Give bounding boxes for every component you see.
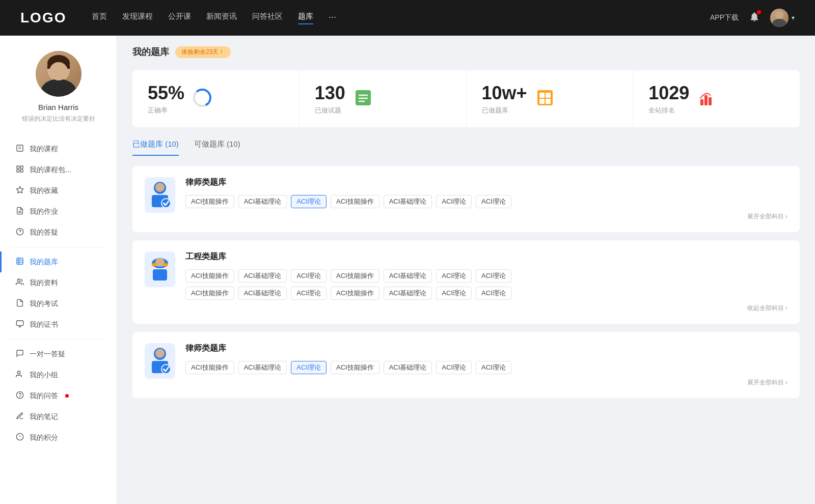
tabs: 已做题库 (10) 可做题库 (10): [132, 139, 800, 156]
eng-tag-r2-5[interactable]: ACI理论: [436, 287, 472, 300]
sidebar-item-1on1[interactable]: 一对一答疑: [0, 344, 117, 365]
svg-point-3: [41, 79, 76, 97]
coursepack-icon: [15, 165, 24, 175]
svg-rect-39: [539, 99, 545, 104]
questions-icon: [15, 391, 24, 401]
nav-news[interactable]: 新闻资讯: [206, 12, 237, 24]
svg-rect-23: [16, 321, 23, 325]
nav-qa[interactable]: 问答社区: [252, 12, 283, 24]
tag-2[interactable]: ACI理论: [291, 195, 327, 208]
eng-tag-r2-2[interactable]: ACI理论: [291, 287, 327, 300]
eng-tag-0[interactable]: ACI技能操作: [185, 269, 234, 283]
menu-divider-2: [10, 339, 106, 340]
stat-rank: 1029 全站排名: [633, 70, 800, 127]
stat-questions-done-value: 130: [315, 82, 345, 104]
sidebar-label-favorites: 我的收藏: [30, 186, 58, 195]
l2-tag-2[interactable]: ACI理论: [291, 361, 327, 374]
sidebar-label-certificate: 我的证书: [30, 320, 58, 329]
sidebar-item-certificate[interactable]: 我的证书: [0, 314, 117, 335]
svg-point-1: [772, 19, 786, 27]
tag-3[interactable]: ACI技能操作: [331, 195, 379, 208]
tab-done[interactable]: 已做题库 (10): [132, 139, 179, 155]
sidebar-item-profile[interactable]: 我的资料: [0, 272, 117, 293]
nav-more[interactable]: ···: [329, 12, 336, 24]
sidebar-item-points[interactable]: 我的积分: [0, 427, 117, 448]
bank-name-lawyer-2: 律师类题库: [185, 343, 787, 354]
eng-tag-r2-1[interactable]: ACI基础理论: [238, 287, 287, 300]
nav-opencourse[interactable]: 公开课: [168, 12, 191, 24]
user-avatar-wrap[interactable]: ▾: [770, 9, 795, 27]
svg-rect-9: [17, 166, 19, 169]
notification-bell[interactable]: [749, 11, 760, 24]
expand-btn-engineer[interactable]: 收起全部科目 ›: [185, 304, 787, 313]
sidebar-item-favorites[interactable]: 我的收藏: [0, 180, 117, 201]
homework-icon: [15, 207, 24, 216]
eng-tag-2[interactable]: ACI理论: [291, 269, 327, 283]
eng-tag-r2-0[interactable]: ACI技能操作: [185, 287, 234, 300]
l2-tag-3[interactable]: ACI技能操作: [331, 361, 379, 374]
eng-tag-6[interactable]: ACI理论: [476, 269, 511, 283]
svg-rect-11: [17, 170, 19, 172]
profile-motto: 错误的决定比没有决定要好: [22, 115, 95, 123]
sidebar-item-questionbank[interactable]: 我的题库: [0, 251, 117, 272]
tag-row-lawyer-1: ACI技能操作 ACI基础理论 ACI理论 ACI技能操作 ACI基础理论 AC…: [185, 195, 787, 208]
tag-4[interactable]: ACI基础理论: [384, 195, 432, 208]
sidebar-item-qa[interactable]: 我的答疑: [0, 222, 117, 243]
banks-icon: [535, 88, 555, 109]
sidebar-item-group[interactable]: 我的小组: [0, 365, 117, 385]
sidebar-item-homework[interactable]: 我的作业: [0, 201, 117, 222]
app-download-link[interactable]: APP下载: [710, 13, 739, 22]
user-menu-chevron: ▾: [792, 14, 795, 21]
eng-tag-r2-4[interactable]: ACI基础理论: [384, 287, 432, 300]
bank-card-lawyer-1: 律师类题库 ACI技能操作 ACI基础理论 ACI理论 ACI技能操作 ACI基…: [132, 166, 800, 232]
l2-tag-6[interactable]: ACI理论: [476, 361, 511, 374]
svg-point-26: [20, 397, 20, 397]
nav-questionbank[interactable]: 题库: [298, 12, 313, 24]
eng-tag-5[interactable]: ACI理论: [436, 269, 472, 283]
svg-point-5: [49, 62, 68, 80]
tag-row-lawyer-2: ACI技能操作 ACI基础理论 ACI理论 ACI技能操作 ACI基础理论 AC…: [185, 361, 787, 374]
svg-rect-12: [20, 170, 23, 172]
logo[interactable]: LOGO: [20, 10, 71, 26]
tag-row-engineer-1: ACI技能操作 ACI基础理论 ACI理论 ACI技能操作 ACI基础理论 AC…: [185, 269, 787, 283]
l2-tag-5[interactable]: ACI理论: [436, 361, 472, 374]
nav-home[interactable]: 首页: [92, 12, 107, 24]
lawyer2-svg-icon: [147, 346, 173, 376]
expand-btn-lawyer-1[interactable]: 展开全部科目 ›: [185, 212, 787, 221]
eng-tag-4[interactable]: ACI基础理论: [384, 269, 432, 283]
eng-tag-1[interactable]: ACI基础理论: [238, 269, 287, 283]
expand-btn-lawyer-2[interactable]: 展开全部科目 ›: [185, 378, 787, 387]
l2-tag-4[interactable]: ACI基础理论: [384, 361, 432, 374]
questions-icon: [354, 88, 373, 109]
stat-accuracy-label: 正确率: [148, 106, 184, 115]
bank-icon-engineer: [145, 251, 175, 287]
points-icon: [15, 433, 24, 442]
nav-discover[interactable]: 发现课程: [122, 12, 153, 24]
eng-tag-r2-6[interactable]: ACI理论: [476, 287, 511, 300]
header-right: APP下载 ▾: [710, 9, 795, 27]
tag-0[interactable]: ACI技能操作: [185, 195, 234, 208]
tag-6[interactable]: ACI理论: [476, 195, 511, 208]
sidebar-item-questions[interactable]: 我的问答: [0, 385, 117, 406]
tag-5[interactable]: ACI理论: [436, 195, 472, 208]
header: LOGO 首页 发现课程 公开课 新闻资讯 问答社区 题库 ··· APP下载: [0, 0, 815, 36]
svg-rect-6: [17, 145, 23, 151]
svg-rect-40: [546, 99, 551, 104]
exam-icon: [15, 299, 24, 309]
questionbank-icon: [15, 257, 24, 267]
sidebar-label-qa: 我的答疑: [30, 228, 58, 237]
sidebar-menu: 我的课程 我的课程包... 我的收藏 我的作业: [0, 133, 117, 453]
tab-available[interactable]: 可做题库 (10): [194, 139, 240, 155]
l2-tag-1[interactable]: ACI基础理论: [238, 361, 287, 374]
svg-rect-44: [709, 97, 712, 105]
sidebar-item-course[interactable]: 我的课程: [0, 138, 117, 159]
l2-tag-0[interactable]: ACI技能操作: [185, 361, 234, 374]
tag-1[interactable]: ACI基础理论: [238, 195, 287, 208]
eng-tag-3[interactable]: ACI技能操作: [331, 269, 379, 283]
sidebar-label-questionbank: 我的题库: [30, 258, 58, 267]
sidebar-item-coursepack[interactable]: 我的课程包...: [0, 159, 117, 180]
sidebar-item-notes[interactable]: 我的笔记: [0, 406, 117, 427]
sidebar-item-exam[interactable]: 我的考试: [0, 293, 117, 314]
sidebar-label-profile: 我的资料: [30, 278, 58, 288]
eng-tag-r2-3[interactable]: ACI技能操作: [331, 287, 379, 300]
